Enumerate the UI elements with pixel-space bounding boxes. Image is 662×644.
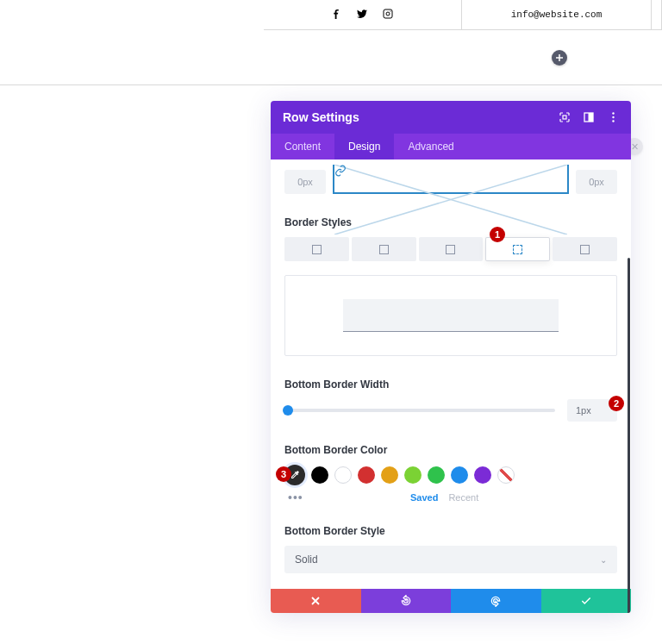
- page-topbar: info@website.com: [0, 0, 662, 30]
- border-preview: [284, 275, 617, 356]
- email-cell: info@website.com: [462, 0, 652, 30]
- square-dashed-icon: [513, 245, 522, 254]
- color-tab-saved[interactable]: Saved: [410, 492, 438, 503]
- svg-point-0: [386, 12, 390, 16]
- svg-rect-2: [563, 116, 566, 119]
- twitter-icon[interactable]: [357, 9, 367, 22]
- callout-badge-2: 2: [609, 396, 624, 411]
- color-swatch-blue[interactable]: [451, 466, 468, 484]
- kebab-icon[interactable]: [607, 111, 619, 123]
- contact-email[interactable]: info@website.com: [511, 9, 603, 20]
- bottom-border-style-label: Bottom Border Style: [284, 525, 617, 537]
- border-style-option-3[interactable]: [419, 237, 484, 261]
- expand-icon[interactable]: [559, 111, 571, 123]
- modal-title: Row Settings: [283, 110, 359, 124]
- margin-preview-box: [333, 165, 569, 194]
- tab-advanced[interactable]: Advanced: [394, 134, 467, 159]
- border-style-select-value: Solid: [295, 553, 318, 566]
- margin-preview-row: 0px 0px: [284, 165, 617, 194]
- svg-point-5: [612, 112, 614, 114]
- cancel-button[interactable]: [271, 589, 361, 613]
- svg-point-7: [612, 120, 614, 122]
- color-swatch-black[interactable]: [311, 466, 328, 484]
- tab-design[interactable]: Design: [334, 134, 394, 159]
- svg-point-1: [390, 10, 390, 11]
- color-swatch-green[interactable]: [428, 466, 445, 484]
- border-style-option-1[interactable]: [284, 237, 349, 261]
- border-styles-row: 1: [284, 237, 617, 261]
- square-icon: [379, 245, 389, 254]
- color-swatch-white[interactable]: [334, 466, 352, 484]
- square-icon: [446, 245, 455, 254]
- callout-badge-1: 1: [490, 227, 505, 242]
- color-swatch-purple[interactable]: [474, 466, 491, 484]
- add-module-button[interactable]: [552, 50, 567, 66]
- border-width-slider[interactable]: [284, 409, 555, 412]
- color-swatch-none[interactable]: [497, 466, 515, 484]
- bottom-border-color-label: Bottom Border Color: [284, 444, 617, 456]
- modal-header-icons: [559, 111, 619, 123]
- square-icon: [312, 245, 322, 254]
- social-icons: [332, 9, 393, 22]
- border-style-option-5[interactable]: [553, 237, 617, 261]
- topbar-spacer: [652, 0, 662, 30]
- topbar-inner: info@website.com: [264, 0, 662, 30]
- color-tab-recent[interactable]: Recent: [448, 492, 478, 503]
- modal-tabs: Content Design Advanced: [271, 134, 631, 159]
- svg-point-6: [612, 116, 614, 118]
- color-swatch-row: 3: [284, 465, 617, 485]
- color-swatch-red[interactable]: [358, 466, 375, 484]
- color-swatch-orange[interactable]: [381, 466, 398, 484]
- square-icon: [580, 245, 590, 254]
- border-width-slider-row: 1px 2: [284, 399, 617, 422]
- modal-footer: [271, 589, 631, 613]
- row-settings-modal: Row Settings Content Design Advanced 0px: [271, 101, 631, 613]
- color-swatch-lime[interactable]: [404, 466, 422, 484]
- margin-right-value[interactable]: 0px: [576, 170, 617, 194]
- slider-knob[interactable]: [283, 405, 293, 416]
- bottom-border-width-label: Bottom Border Width: [284, 378, 617, 391]
- modal-header: Row Settings: [271, 101, 631, 134]
- save-button[interactable]: [541, 589, 632, 613]
- scrollbar[interactable]: [628, 258, 630, 613]
- border-style-select[interactable]: Solid ⌄: [284, 546, 617, 573]
- snap-icon[interactable]: [583, 111, 595, 123]
- margin-left-value[interactable]: 0px: [284, 170, 326, 194]
- select-caret-icon: ⌄: [600, 555, 607, 565]
- border-style-option-2[interactable]: [352, 237, 416, 261]
- social-cell: [264, 0, 462, 30]
- border-preview-inner: [343, 299, 559, 332]
- svg-rect-4: [589, 113, 594, 122]
- facebook-icon[interactable]: [332, 9, 341, 22]
- callout-badge-3: 3: [276, 466, 291, 482]
- page-divider: [0, 84, 662, 85]
- redo-button[interactable]: [451, 589, 541, 613]
- instagram-icon[interactable]: [383, 9, 393, 22]
- tab-content[interactable]: Content: [271, 134, 334, 159]
- modal-body: 0px 0px Border Styles 1 Bot: [271, 159, 631, 589]
- color-tabs: Saved Recent: [410, 492, 617, 503]
- undo-button[interactable]: [361, 589, 452, 613]
